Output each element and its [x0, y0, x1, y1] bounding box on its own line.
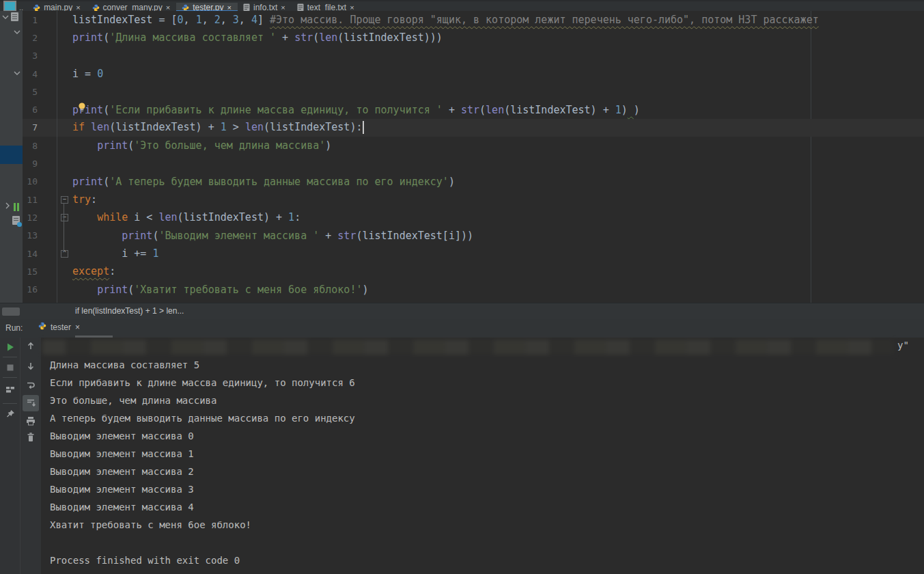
run-toolbar-outer: [0, 338, 20, 574]
tab-close-icon[interactable]: ×: [166, 4, 170, 11]
code-line[interactable]: 10print('А теперь будем выводить данные …: [23, 173, 924, 191]
pin-tab-button[interactable]: [5, 409, 16, 420]
console-line: Это больше, чем длина массива: [50, 392, 924, 409]
code-line[interactable]: 6print('Если прибавить к длине массва ед…: [23, 100, 924, 118]
run-tab-tester[interactable]: tester ×: [38, 322, 80, 332]
fold-collapse-icon[interactable]: −: [61, 214, 68, 221]
code-text: i = 0: [72, 68, 924, 80]
fold-gutter[interactable]: [57, 83, 72, 100]
fold-gutter[interactable]: [57, 154, 72, 172]
code-line[interactable]: 1listIndexTest = [0, 1, 2, 3, 4] #Это ма…: [23, 11, 924, 29]
chevron-down-icon[interactable]: [13, 70, 21, 77]
console-line: Выводим элемент массива 1: [50, 445, 924, 463]
line-number[interactable]: 10: [23, 176, 57, 187]
code-line[interactable]: 16 print('Хватит требовать с меня 6ое яб…: [23, 280, 924, 298]
fold-gutter[interactable]: [57, 11, 72, 29]
clear-console-button[interactable]: [25, 432, 36, 443]
intention-bulb-icon[interactable]: [77, 102, 87, 115]
fold-gutter[interactable]: [57, 119, 72, 137]
fold-gutter[interactable]: −: [57, 191, 72, 208]
close-icon[interactable]: ×: [75, 324, 80, 331]
code-line[interactable]: 13 print('Выводим элемент массива ' + st…: [23, 227, 924, 245]
console-line: Если прибавить к длине массва единицу, т…: [50, 374, 924, 392]
line-number[interactable]: 14: [23, 249, 57, 259]
code-line[interactable]: 3: [23, 47, 924, 65]
line-number[interactable]: 1: [23, 15, 57, 25]
code-text: except:: [72, 265, 924, 277]
python-file-icon: [38, 322, 46, 332]
code-line[interactable]: 8 print('Это больше, чем длина массива'): [23, 137, 924, 154]
tab-close-icon[interactable]: ×: [76, 4, 80, 11]
chevron-down-icon[interactable]: [1, 14, 10, 20]
project-tree-strip[interactable]: [0, 11, 23, 303]
rerun-button[interactable]: [5, 342, 16, 353]
file-icon[interactable]: [11, 12, 18, 21]
tab-close-icon[interactable]: ×: [227, 4, 232, 11]
line-number[interactable]: 7: [23, 122, 57, 133]
line-number[interactable]: 3: [23, 51, 57, 61]
fold-gutter[interactable]: [57, 227, 72, 245]
fold-gutter[interactable]: [57, 100, 72, 118]
fold-gutter[interactable]: [57, 47, 72, 65]
line-number[interactable]: 8: [23, 141, 57, 151]
fold-gutter[interactable]: [57, 65, 72, 83]
editor-hscrollbar-thumb[interactable]: [2, 308, 20, 316]
fold-gutter[interactable]: [57, 173, 72, 191]
console-line: Выводим элемент массива 2: [50, 463, 924, 480]
line-number[interactable]: 5: [23, 87, 57, 97]
console-command-tail: у": [897, 340, 909, 351]
python-file-badge-icon[interactable]: [12, 216, 20, 225]
run-panel-label: Run:: [5, 323, 23, 333]
code-text: if len(listIndexTest) + 1 > len(listInde…: [72, 121, 924, 134]
fold-gutter[interactable]: ^: [57, 245, 72, 262]
project-tree-selection: [0, 146, 23, 164]
divider: [3, 357, 17, 357]
code-lines[interactable]: 1listIndexTest = [0, 1, 2, 3, 4] #Это ма…: [23, 11, 924, 303]
line-number[interactable]: 6: [23, 105, 57, 115]
line-number[interactable]: 4: [23, 69, 57, 79]
line-number[interactable]: 13: [23, 230, 57, 241]
fold-gutter[interactable]: [57, 280, 72, 298]
code-text: print('Если прибавить к длине массва еди…: [72, 104, 924, 116]
console-line: Хватит требовать с меня 6ое яблоко!: [50, 516, 924, 534]
soft-wrap-button[interactable]: [25, 380, 36, 391]
tab-overflow-dots[interactable]: ..: [19, 4, 23, 11]
stop-button[interactable]: [5, 362, 16, 373]
line-number[interactable]: 9: [23, 159, 57, 169]
line-number[interactable]: 16: [23, 284, 57, 295]
fold-end-icon[interactable]: ^: [61, 250, 68, 258]
tab-close-icon[interactable]: ×: [281, 4, 285, 11]
down-stack-button[interactable]: [25, 361, 36, 372]
teal-square-icon[interactable]: [3, 1, 16, 12]
print-button[interactable]: [25, 415, 36, 426]
code-line[interactable]: 7if len(listIndexTest) + 1 > len(listInd…: [23, 119, 924, 137]
sciview-bars-icon[interactable]: [14, 202, 20, 214]
fold-gutter[interactable]: −: [57, 208, 72, 226]
line-number[interactable]: 2: [23, 33, 57, 43]
run-panel: у" Длина массива составляет 5Если прибав…: [0, 338, 924, 574]
restore-layout-button[interactable]: [5, 384, 16, 395]
code-line[interactable]: 2print('Длина массива составляет ' + str…: [23, 29, 924, 46]
fold-gutter[interactable]: [57, 29, 72, 46]
fold-collapse-icon[interactable]: −: [61, 196, 68, 204]
code-line[interactable]: 11−try:: [23, 191, 924, 208]
code-line[interactable]: 15except:: [23, 262, 924, 280]
fold-gutter[interactable]: [57, 137, 72, 154]
code-line[interactable]: 12− while i < len(listIndexTest) + 1:: [23, 208, 924, 226]
up-stack-button[interactable]: [25, 340, 36, 351]
run-console[interactable]: у" Длина массива составляет 5Если прибав…: [41, 338, 924, 574]
chevron-down-icon[interactable]: [13, 29, 21, 36]
code-text: print('Длина массива составляет ' + str(…: [72, 31, 924, 44]
code-line[interactable]: 9: [23, 154, 924, 172]
code-line[interactable]: 5: [23, 83, 924, 100]
fold-gutter[interactable]: [57, 262, 72, 280]
code-line[interactable]: 4i = 0: [23, 65, 924, 83]
chevron-right-icon[interactable]: [4, 202, 11, 210]
console-command-line-blurred: [42, 340, 895, 355]
line-number[interactable]: 11: [23, 195, 57, 205]
scroll-to-end-button[interactable]: [23, 395, 39, 411]
code-line[interactable]: 14^ i += 1: [23, 245, 924, 262]
line-number[interactable]: 12: [23, 213, 57, 223]
line-number[interactable]: 15: [23, 266, 57, 277]
tab-close-icon[interactable]: ×: [350, 4, 354, 11]
